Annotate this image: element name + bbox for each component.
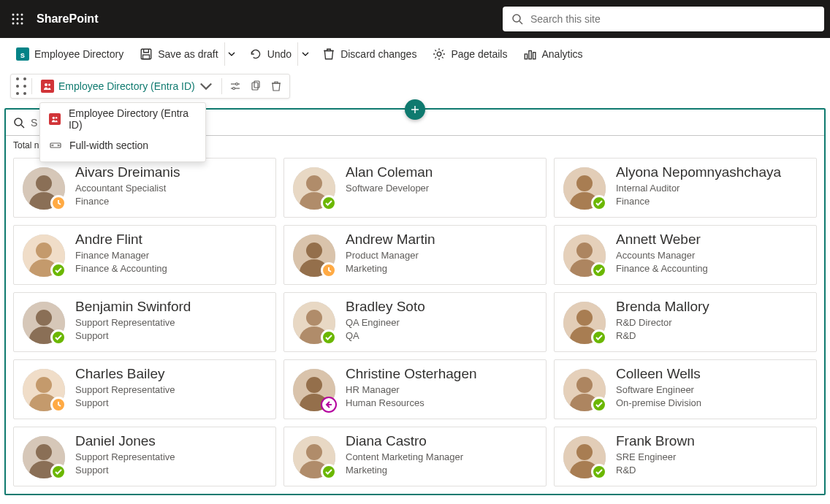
avatar	[293, 167, 335, 210]
svg-point-34	[56, 117, 58, 119]
employee-title: Accounts Manager	[616, 249, 708, 262]
webpart-selector[interactable]: Employee Directory (Entra ID)	[35, 75, 218, 97]
grip-icon	[14, 75, 28, 97]
app-launcher-button[interactable]	[6, 7, 29, 31]
svg-point-66	[36, 310, 52, 326]
editable-section: S Total nu Aivars Dreimanis Accountant S…	[4, 108, 826, 495]
employee-card[interactable]: Charles Bailey Support Representative Su…	[13, 359, 276, 419]
copy-icon	[250, 80, 262, 92]
employee-card[interactable]: Colleen Wells Software Engineer On-premi…	[554, 359, 817, 419]
discard-icon	[322, 47, 335, 61]
svg-text:s: s	[20, 50, 25, 58]
employee-card[interactable]: Frank Brown SRE Engineer R&D	[554, 427, 817, 486]
employee-name: Alyona Nepomnyashchaya	[616, 164, 781, 180]
waffle-icon	[11, 12, 24, 26]
presence-away-icon	[50, 397, 66, 413]
svg-point-0	[12, 14, 15, 16]
discard-button[interactable]: Discard changes	[316, 42, 422, 66]
svg-point-15	[438, 52, 442, 56]
svg-point-21	[16, 85, 19, 88]
avatar	[293, 234, 335, 277]
svg-point-5	[21, 18, 23, 20]
employee-card[interactable]: Andrew Martin Product Manager Marketing	[283, 225, 547, 285]
employee-title: Content Marketing Manager	[346, 451, 463, 464]
page-details-button[interactable]: Page details	[427, 42, 513, 66]
avatar	[293, 369, 335, 411]
employee-card[interactable]: Diana Castro Content Marketing Manager M…	[283, 427, 547, 486]
employee-title: Support Representative	[75, 383, 175, 397]
presence-away-icon	[321, 262, 337, 278]
employee-name: Colleen Wells	[616, 366, 701, 382]
webpart-dropdown: Employee Directory (Entra ID)Full-width …	[39, 102, 206, 162]
svg-point-30	[232, 88, 235, 90]
analytics-icon	[523, 47, 536, 61]
presence-away-icon	[50, 195, 66, 211]
save-draft-button[interactable]: Save as draft	[134, 42, 224, 66]
employee-card[interactable]: Andre Flint Finance Manager Finance & Ac…	[13, 225, 276, 285]
svg-point-1	[17, 14, 19, 16]
svg-point-22	[23, 85, 26, 88]
employee-card[interactable]: Brenda Mallory R&D Director R&D	[554, 292, 817, 352]
presence-available-icon	[321, 195, 337, 211]
employee-card[interactable]: Benjamin Swinford Support Representative…	[13, 292, 276, 352]
avatar	[23, 234, 65, 277]
site-search-input[interactable]	[530, 13, 815, 25]
employee-title: QA Engineer	[346, 316, 425, 329]
svg-point-6	[12, 23, 15, 25]
presence-available-icon	[321, 464, 337, 480]
svg-point-33	[53, 117, 55, 119]
plus-icon	[410, 104, 420, 115]
analytics-button[interactable]: Analytics	[517, 42, 588, 66]
employee-card[interactable]: Aivars Dreimanis Accountant Specialist F…	[13, 158, 276, 218]
employee-name: Brenda Mallory	[616, 299, 709, 315]
employee-title: Product Manager	[346, 249, 435, 262]
svg-point-94	[306, 444, 322, 460]
trash-icon	[270, 80, 282, 92]
avatar	[563, 302, 606, 344]
menu-item-label: Employee Directory (Entra ID)	[69, 107, 197, 131]
drag-handle[interactable]	[14, 75, 28, 97]
employee-card[interactable]: Annett Weber Accounts Manager Finance & …	[554, 225, 817, 285]
site-name-button[interactable]: s Employee Directory	[10, 42, 129, 66]
employee-card[interactable]: Christine Osterhagen HR Manager Human Re…	[283, 359, 547, 419]
svg-rect-17	[529, 50, 531, 58]
avatar	[23, 436, 65, 478]
save-draft-split[interactable]	[224, 42, 239, 66]
employee-card[interactable]: Daniel Jones Support Representative Supp…	[13, 427, 276, 486]
employee-dept: Marketing	[346, 262, 435, 275]
webpart-menu-item[interactable]: Full-width section	[40, 132, 205, 159]
svg-point-70	[306, 310, 322, 326]
delete-webpart-button[interactable]	[266, 76, 286, 96]
edit-webpart-button[interactable]	[225, 76, 245, 96]
site-search[interactable]	[503, 7, 824, 31]
product-name: SharePoint	[37, 12, 98, 26]
svg-point-2	[21, 14, 23, 16]
employee-card[interactable]: Alan Coleman Software Developer	[283, 158, 547, 218]
employee-title: Finance Manager	[75, 249, 167, 262]
undo-button[interactable]: Undo	[243, 42, 297, 66]
employee-title: Software Engineer	[616, 383, 701, 397]
svg-point-50	[576, 175, 593, 191]
employee-dept: Finance	[75, 195, 180, 208]
svg-point-82	[306, 377, 322, 393]
presence-available-icon	[591, 195, 607, 211]
duplicate-webpart-button[interactable]	[245, 76, 266, 96]
sliders-icon	[229, 80, 241, 92]
webpart-menu-item[interactable]: Employee Directory (Entra ID)	[40, 106, 205, 132]
employee-card[interactable]: Alyona Nepomnyashchaya Internal Auditor …	[554, 158, 817, 218]
avatar	[293, 302, 335, 344]
add-section-button[interactable]	[405, 99, 425, 120]
settings-icon	[433, 47, 446, 61]
presence-oof-icon	[321, 397, 337, 413]
employee-name: Daniel Jones	[75, 433, 175, 449]
command-bar: s Employee Directory Save as draft Undo	[0, 38, 830, 70]
undo-split[interactable]	[297, 42, 312, 66]
employee-dept: On-premise Division	[616, 397, 701, 410]
chevron-down-icon	[228, 50, 235, 58]
svg-rect-16	[525, 54, 528, 59]
employee-dept: Support	[75, 329, 191, 343]
employee-card[interactable]: Bradley Soto QA Engineer QA	[283, 292, 547, 352]
avatar	[563, 369, 606, 411]
employee-name: Diana Castro	[346, 433, 463, 449]
avatar	[23, 167, 65, 210]
